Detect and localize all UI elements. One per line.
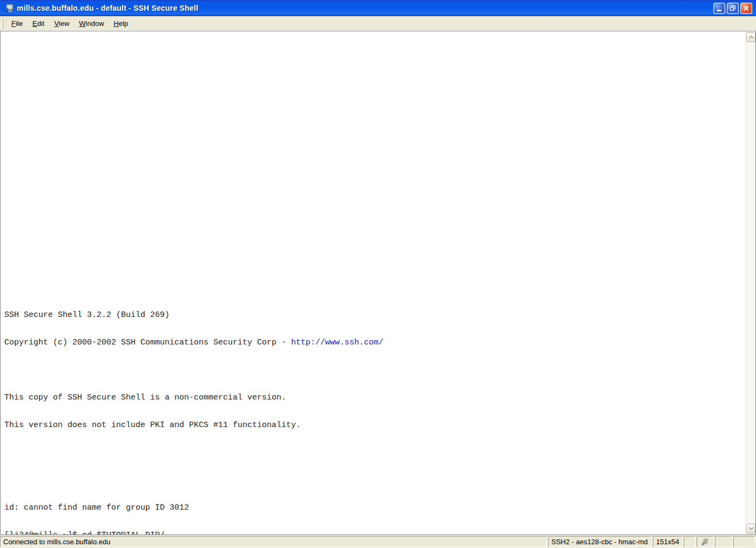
minimize-button[interactable] — [713, 3, 725, 14]
menu-edit[interactable]: Edit — [28, 17, 49, 30]
restore-button[interactable] — [727, 3, 739, 14]
titlebar: mills.cse.buffalo.edu - default - SSH Se… — [0, 0, 756, 16]
scroll-up-button[interactable] — [746, 32, 755, 42]
status-bell-pane — [697, 536, 714, 547]
terminal-line — [4, 366, 745, 375]
terminal-line: SSH Secure Shell 3.2.2 (Build 269) — [4, 310, 745, 320]
app-icon — [4, 3, 14, 13]
vertical-scrollbar[interactable] — [745, 31, 755, 535]
terminal-output[interactable]: SSH Secure Shell 3.2.2 (Build 269) Copyr… — [1, 31, 745, 535]
menu-window[interactable]: Window — [74, 17, 109, 30]
scroll-down-button[interactable] — [746, 524, 755, 533]
ssh-url-link[interactable]: http://www.ssh.com/ — [291, 338, 383, 347]
status-spacer — [715, 536, 732, 547]
restore-icon — [730, 5, 736, 11]
minimize-icon — [717, 10, 721, 11]
menubar: File Edit View Window Help — [0, 16, 756, 31]
menu-view[interactable]: View — [49, 17, 74, 30]
status-spacer — [733, 536, 755, 547]
close-button[interactable]: ✕ — [740, 3, 752, 14]
terminal-line — [4, 476, 745, 485]
status-terminal-size: 151x54 — [653, 536, 683, 547]
chevron-down-icon — [748, 527, 754, 530]
bell-disabled-icon — [701, 538, 709, 545]
terminal-line: This copy of SSH Secure Shell is a non-c… — [4, 393, 745, 402]
window-title: mills.cse.buffalo.edu - default - SSH Se… — [17, 4, 713, 12]
status-cipher: SSH2 - aes128-cbc - hmac-md — [548, 536, 652, 547]
terminal-line — [4, 448, 745, 457]
terminal-line: [lj24@mills ~]$ cd $TUTORIAL_DIR/ — [4, 531, 745, 535]
menu-help[interactable]: Help — [109, 17, 133, 30]
terminal-line: id: cannot find name for group ID 3012 — [4, 503, 745, 512]
chevron-up-icon — [748, 36, 754, 39]
close-icon: ✕ — [744, 5, 750, 12]
status-connection: Connected to mills.cse.buffalo.edu — [0, 536, 547, 547]
terminal-line: This version does not include PKI and PK… — [4, 421, 745, 430]
terminal-window: SSH Secure Shell 3.2.2 (Build 269) Copyr… — [0, 31, 756, 535]
menu-file[interactable]: File — [6, 17, 28, 30]
statusbar: Connected to mills.cse.buffalo.edu SSH2 … — [0, 535, 756, 548]
menubar-gripper[interactable] — [2, 18, 3, 29]
status-spacer — [684, 536, 696, 547]
terminal-line-copyright: Copyright (c) 2000-2002 SSH Communicatio… — [4, 338, 745, 347]
